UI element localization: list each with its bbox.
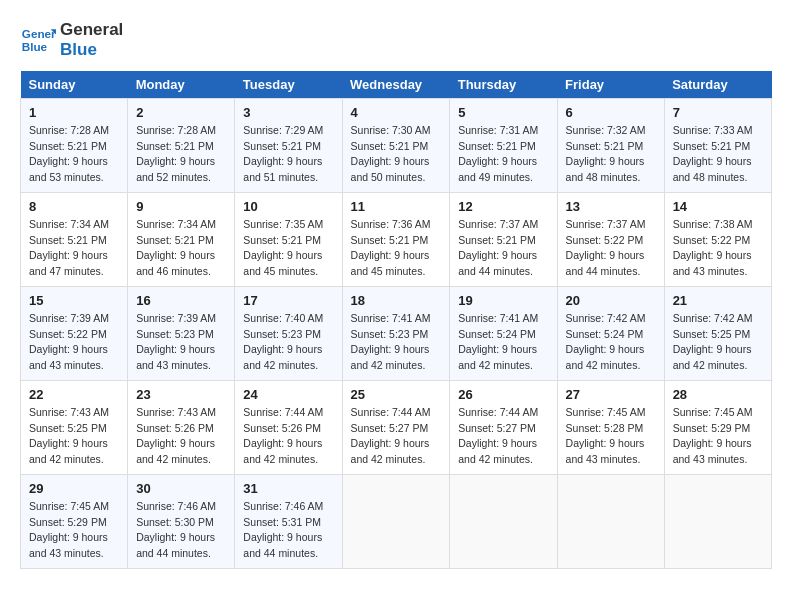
day-info: Sunrise: 7:46 AM Sunset: 5:30 PM Dayligh… bbox=[136, 499, 226, 562]
calendar-day-cell: 23 Sunrise: 7:43 AM Sunset: 5:26 PM Dayl… bbox=[128, 380, 235, 474]
calendar-day-cell: 16 Sunrise: 7:39 AM Sunset: 5:23 PM Dayl… bbox=[128, 286, 235, 380]
calendar-week-row: 22 Sunrise: 7:43 AM Sunset: 5:25 PM Dayl… bbox=[21, 380, 772, 474]
day-info: Sunrise: 7:28 AM Sunset: 5:21 PM Dayligh… bbox=[29, 123, 119, 186]
weekday-header: Tuesday bbox=[235, 71, 342, 99]
calendar-day-cell: 6 Sunrise: 7:32 AM Sunset: 5:21 PM Dayli… bbox=[557, 98, 664, 192]
weekday-header: Wednesday bbox=[342, 71, 450, 99]
weekday-header: Saturday bbox=[664, 71, 771, 99]
day-number: 6 bbox=[566, 105, 656, 120]
page-header: General Blue General Blue bbox=[20, 20, 772, 61]
day-number: 24 bbox=[243, 387, 333, 402]
day-number: 26 bbox=[458, 387, 548, 402]
day-number: 14 bbox=[673, 199, 763, 214]
day-info: Sunrise: 7:36 AM Sunset: 5:21 PM Dayligh… bbox=[351, 217, 442, 280]
logo-icon: General Blue bbox=[20, 22, 56, 58]
day-number: 10 bbox=[243, 199, 333, 214]
day-info: Sunrise: 7:42 AM Sunset: 5:25 PM Dayligh… bbox=[673, 311, 763, 374]
weekday-header: Monday bbox=[128, 71, 235, 99]
logo-text: General Blue bbox=[60, 20, 123, 61]
day-number: 4 bbox=[351, 105, 442, 120]
calendar-week-row: 29 Sunrise: 7:45 AM Sunset: 5:29 PM Dayl… bbox=[21, 474, 772, 568]
calendar-day-cell: 4 Sunrise: 7:30 AM Sunset: 5:21 PM Dayli… bbox=[342, 98, 450, 192]
day-info: Sunrise: 7:30 AM Sunset: 5:21 PM Dayligh… bbox=[351, 123, 442, 186]
calendar-table: SundayMondayTuesdayWednesdayThursdayFrid… bbox=[20, 71, 772, 569]
calendar-day-cell: 13 Sunrise: 7:37 AM Sunset: 5:22 PM Dayl… bbox=[557, 192, 664, 286]
day-number: 13 bbox=[566, 199, 656, 214]
day-number: 19 bbox=[458, 293, 548, 308]
day-number: 7 bbox=[673, 105, 763, 120]
day-info: Sunrise: 7:44 AM Sunset: 5:27 PM Dayligh… bbox=[351, 405, 442, 468]
calendar-day-cell: 5 Sunrise: 7:31 AM Sunset: 5:21 PM Dayli… bbox=[450, 98, 557, 192]
calendar-week-row: 8 Sunrise: 7:34 AM Sunset: 5:21 PM Dayli… bbox=[21, 192, 772, 286]
day-number: 11 bbox=[351, 199, 442, 214]
calendar-day-cell: 25 Sunrise: 7:44 AM Sunset: 5:27 PM Dayl… bbox=[342, 380, 450, 474]
calendar-day-cell: 9 Sunrise: 7:34 AM Sunset: 5:21 PM Dayli… bbox=[128, 192, 235, 286]
calendar-day-cell: 26 Sunrise: 7:44 AM Sunset: 5:27 PM Dayl… bbox=[450, 380, 557, 474]
day-number: 30 bbox=[136, 481, 226, 496]
svg-text:Blue: Blue bbox=[22, 40, 48, 53]
calendar-header: SundayMondayTuesdayWednesdayThursdayFrid… bbox=[21, 71, 772, 99]
day-info: Sunrise: 7:43 AM Sunset: 5:26 PM Dayligh… bbox=[136, 405, 226, 468]
day-info: Sunrise: 7:31 AM Sunset: 5:21 PM Dayligh… bbox=[458, 123, 548, 186]
day-info: Sunrise: 7:40 AM Sunset: 5:23 PM Dayligh… bbox=[243, 311, 333, 374]
day-info: Sunrise: 7:42 AM Sunset: 5:24 PM Dayligh… bbox=[566, 311, 656, 374]
calendar-day-cell: 1 Sunrise: 7:28 AM Sunset: 5:21 PM Dayli… bbox=[21, 98, 128, 192]
calendar-day-cell: 3 Sunrise: 7:29 AM Sunset: 5:21 PM Dayli… bbox=[235, 98, 342, 192]
calendar-day-cell: 20 Sunrise: 7:42 AM Sunset: 5:24 PM Dayl… bbox=[557, 286, 664, 380]
day-info: Sunrise: 7:45 AM Sunset: 5:29 PM Dayligh… bbox=[29, 499, 119, 562]
day-info: Sunrise: 7:44 AM Sunset: 5:27 PM Dayligh… bbox=[458, 405, 548, 468]
day-info: Sunrise: 7:34 AM Sunset: 5:21 PM Dayligh… bbox=[29, 217, 119, 280]
calendar-day-cell: 28 Sunrise: 7:45 AM Sunset: 5:29 PM Dayl… bbox=[664, 380, 771, 474]
day-info: Sunrise: 7:28 AM Sunset: 5:21 PM Dayligh… bbox=[136, 123, 226, 186]
day-info: Sunrise: 7:39 AM Sunset: 5:22 PM Dayligh… bbox=[29, 311, 119, 374]
logo: General Blue General Blue bbox=[20, 20, 123, 61]
day-number: 5 bbox=[458, 105, 548, 120]
calendar-day-cell: 18 Sunrise: 7:41 AM Sunset: 5:23 PM Dayl… bbox=[342, 286, 450, 380]
day-info: Sunrise: 7:29 AM Sunset: 5:21 PM Dayligh… bbox=[243, 123, 333, 186]
day-number: 25 bbox=[351, 387, 442, 402]
day-number: 28 bbox=[673, 387, 763, 402]
day-number: 18 bbox=[351, 293, 442, 308]
day-number: 16 bbox=[136, 293, 226, 308]
calendar-day-cell bbox=[450, 474, 557, 568]
svg-text:General: General bbox=[22, 28, 56, 41]
weekday-header: Thursday bbox=[450, 71, 557, 99]
day-number: 8 bbox=[29, 199, 119, 214]
calendar-day-cell: 2 Sunrise: 7:28 AM Sunset: 5:21 PM Dayli… bbox=[128, 98, 235, 192]
day-number: 2 bbox=[136, 105, 226, 120]
day-info: Sunrise: 7:32 AM Sunset: 5:21 PM Dayligh… bbox=[566, 123, 656, 186]
day-number: 3 bbox=[243, 105, 333, 120]
calendar-day-cell bbox=[342, 474, 450, 568]
weekday-header: Sunday bbox=[21, 71, 128, 99]
calendar-day-cell: 24 Sunrise: 7:44 AM Sunset: 5:26 PM Dayl… bbox=[235, 380, 342, 474]
calendar-day-cell bbox=[664, 474, 771, 568]
day-number: 12 bbox=[458, 199, 548, 214]
day-info: Sunrise: 7:37 AM Sunset: 5:22 PM Dayligh… bbox=[566, 217, 656, 280]
day-number: 21 bbox=[673, 293, 763, 308]
day-number: 9 bbox=[136, 199, 226, 214]
day-number: 31 bbox=[243, 481, 333, 496]
day-number: 1 bbox=[29, 105, 119, 120]
calendar-day-cell: 15 Sunrise: 7:39 AM Sunset: 5:22 PM Dayl… bbox=[21, 286, 128, 380]
calendar-day-cell: 10 Sunrise: 7:35 AM Sunset: 5:21 PM Dayl… bbox=[235, 192, 342, 286]
calendar-day-cell: 30 Sunrise: 7:46 AM Sunset: 5:30 PM Dayl… bbox=[128, 474, 235, 568]
day-info: Sunrise: 7:35 AM Sunset: 5:21 PM Dayligh… bbox=[243, 217, 333, 280]
calendar-day-cell: 22 Sunrise: 7:43 AM Sunset: 5:25 PM Dayl… bbox=[21, 380, 128, 474]
day-info: Sunrise: 7:45 AM Sunset: 5:29 PM Dayligh… bbox=[673, 405, 763, 468]
calendar-day-cell bbox=[557, 474, 664, 568]
day-info: Sunrise: 7:33 AM Sunset: 5:21 PM Dayligh… bbox=[673, 123, 763, 186]
day-info: Sunrise: 7:39 AM Sunset: 5:23 PM Dayligh… bbox=[136, 311, 226, 374]
calendar-day-cell: 27 Sunrise: 7:45 AM Sunset: 5:28 PM Dayl… bbox=[557, 380, 664, 474]
day-info: Sunrise: 7:45 AM Sunset: 5:28 PM Dayligh… bbox=[566, 405, 656, 468]
day-info: Sunrise: 7:34 AM Sunset: 5:21 PM Dayligh… bbox=[136, 217, 226, 280]
day-number: 15 bbox=[29, 293, 119, 308]
day-number: 20 bbox=[566, 293, 656, 308]
calendar-day-cell: 19 Sunrise: 7:41 AM Sunset: 5:24 PM Dayl… bbox=[450, 286, 557, 380]
calendar-day-cell: 8 Sunrise: 7:34 AM Sunset: 5:21 PM Dayli… bbox=[21, 192, 128, 286]
calendar-day-cell: 7 Sunrise: 7:33 AM Sunset: 5:21 PM Dayli… bbox=[664, 98, 771, 192]
calendar-day-cell: 11 Sunrise: 7:36 AM Sunset: 5:21 PM Dayl… bbox=[342, 192, 450, 286]
day-number: 23 bbox=[136, 387, 226, 402]
calendar-day-cell: 29 Sunrise: 7:45 AM Sunset: 5:29 PM Dayl… bbox=[21, 474, 128, 568]
day-number: 17 bbox=[243, 293, 333, 308]
calendar-day-cell: 12 Sunrise: 7:37 AM Sunset: 5:21 PM Dayl… bbox=[450, 192, 557, 286]
